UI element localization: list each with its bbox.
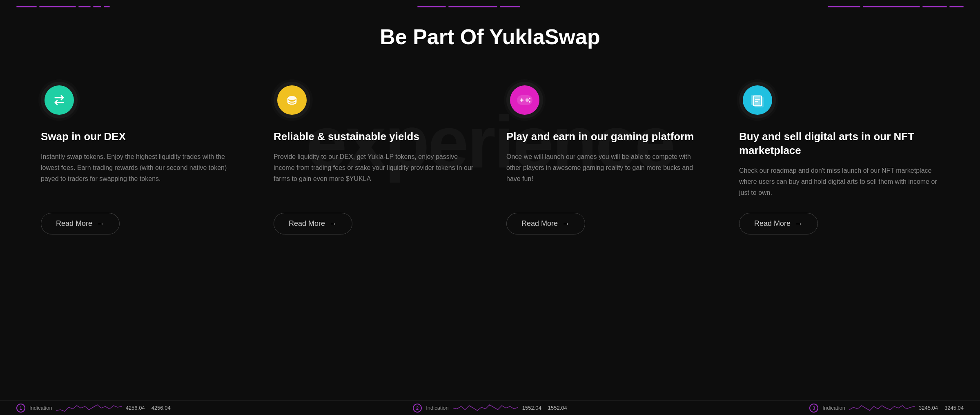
yield-card: Reliable & sustainable yields Provide li…: [257, 74, 490, 251]
yield-icon-wrapper: [274, 82, 310, 118]
status-label-1: Indication: [29, 405, 52, 411]
nft-description: Check our roadmap and don't miss launch …: [739, 165, 939, 199]
gaming-icon: [510, 85, 539, 115]
sparkline-2: [453, 402, 518, 414]
nav-center: [417, 6, 520, 7]
gaming-icon-wrapper: [506, 82, 543, 118]
page-title: Be Part Of YuklaSwap: [0, 16, 980, 49]
nav-center-line-3: [500, 6, 520, 7]
status-item-2: 2 Indication 1552.04 1552.04: [413, 402, 567, 414]
swap-title: Swap in our DEX: [41, 130, 126, 144]
swap-description: Instantly swap tokens. Enjoy the highest…: [41, 151, 241, 198]
status-values-2: 1552.04 1552.04: [522, 405, 567, 411]
status-values-3: 3245.04 3245.04: [919, 405, 964, 411]
yield-title: Reliable & sustainable yields: [274, 130, 419, 144]
yield-arrow-icon: →: [329, 219, 337, 228]
gaming-title: Play and earn in our gaming platform: [506, 130, 694, 144]
svg-point-3: [529, 98, 530, 99]
yield-read-more-button[interactable]: Read More →: [274, 213, 352, 234]
nav-center-line-2: [448, 6, 497, 7]
top-nav-bar: [0, 0, 980, 13]
swap-arrow-icon: →: [96, 219, 105, 228]
yield-description: Provide liquidity to our DEX, get Yukla-…: [274, 151, 474, 198]
status-values-1: 4256.04 4256.04: [126, 405, 171, 411]
nav-center-line-1: [417, 6, 446, 7]
nft-card: Buy and sell digital arts in our NFT mar…: [723, 74, 956, 251]
nav-line-4: [93, 6, 101, 7]
nft-arrow-icon: →: [795, 219, 803, 228]
svg-point-2: [526, 98, 529, 102]
svg-rect-1: [517, 96, 532, 105]
yield-icon: [277, 85, 307, 115]
status-item-3: 3 Indication 3245.04 3245.04: [809, 402, 964, 414]
nav-right-line-3: [922, 6, 947, 7]
swap-read-more-button[interactable]: Read More →: [41, 213, 120, 234]
swap-icon: [45, 85, 74, 115]
nav-line-3: [78, 6, 91, 7]
nav-right-line-1: [828, 6, 860, 7]
nft-icon: [743, 85, 772, 115]
status-badge-1: 1: [16, 404, 25, 413]
svg-point-4: [529, 101, 530, 103]
nft-title: Buy and sell digital arts in our NFT mar…: [739, 130, 939, 158]
status-label-2: Indication: [426, 405, 449, 411]
nav-right: [828, 6, 964, 7]
nav-right-line-2: [863, 6, 920, 7]
cards-container: Swap in our DEX Instantly swap tokens. E…: [0, 74, 980, 251]
nav-left: [16, 6, 110, 7]
gaming-description: Once we will launch our games you will b…: [506, 151, 706, 198]
nav-line-1: [16, 6, 37, 7]
nav-line-5: [104, 6, 110, 7]
status-badge-2: 2: [413, 404, 422, 413]
gaming-card: Play and earn in our gaming platform Onc…: [490, 74, 723, 251]
gaming-read-more-button[interactable]: Read More →: [506, 213, 585, 234]
nav-line-2: [39, 6, 76, 7]
sparkline-1: [56, 402, 122, 414]
status-label-3: Indication: [822, 405, 845, 411]
svg-point-0: [288, 96, 296, 100]
gaming-arrow-icon: →: [562, 219, 570, 228]
bottom-status-bar: 1 Indication 4256.04 4256.04 2 Indicatio…: [0, 400, 980, 415]
swap-card: Swap in our DEX Instantly swap tokens. E…: [24, 74, 257, 251]
nav-right-line-4: [949, 6, 964, 7]
status-item-1: 1 Indication 4256.04 4256.04: [16, 402, 171, 414]
main-content: Be Part Of YuklaSwap experience Swap in …: [0, 0, 980, 267]
nft-read-more-button[interactable]: Read More →: [739, 213, 818, 234]
swap-icon-wrapper: [41, 82, 78, 118]
nft-icon-wrapper: [739, 82, 776, 118]
status-badge-3: 3: [809, 404, 818, 413]
sparkline-3: [849, 402, 915, 414]
